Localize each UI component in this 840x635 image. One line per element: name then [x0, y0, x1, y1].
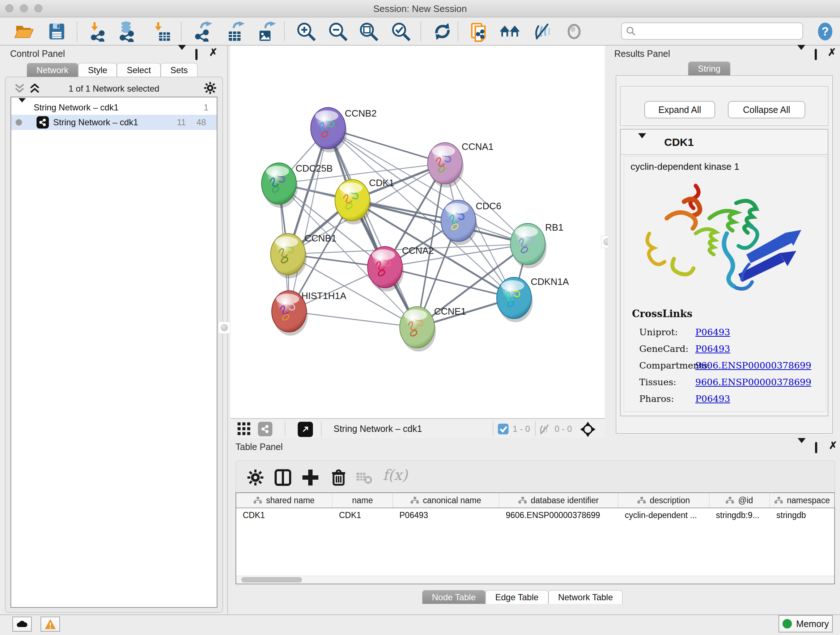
tree-expand-icon[interactable] — [19, 98, 26, 112]
search-field[interactable] — [621, 22, 803, 40]
add-column-icon[interactable] — [302, 469, 319, 486]
tab-sets[interactable]: Sets — [161, 63, 197, 77]
memory-button[interactable]: Memory — [778, 615, 833, 632]
float-panel-icon[interactable] — [178, 45, 186, 59]
tab-network-table[interactable]: Network Table — [548, 590, 623, 604]
import-network-file-button[interactable] — [88, 20, 110, 43]
search-input[interactable] — [636, 24, 802, 38]
open-session-button[interactable] — [13, 20, 35, 43]
tab-style[interactable]: Style — [78, 63, 117, 77]
node-CCNA1[interactable] — [428, 143, 464, 187]
maximize-panel-icon[interactable] — [815, 442, 817, 453]
maximize-panel-icon[interactable] — [815, 49, 817, 60]
show-eye-button[interactable] — [563, 20, 585, 43]
share-document-button[interactable] — [469, 20, 491, 43]
export-table-button[interactable] — [224, 20, 247, 43]
section-collapse-icon[interactable] — [638, 133, 646, 144]
close-panel-icon[interactable]: ✗ — [829, 442, 837, 450]
gene-section-header[interactable]: CDK1 — [621, 130, 828, 155]
fit-content-crosshair-icon[interactable] — [579, 421, 596, 438]
column-header-database-identifier[interactable]: database identifier — [499, 493, 618, 508]
hide-selected-button[interactable] — [532, 20, 554, 43]
crosslink-link[interactable]: P06493 — [695, 344, 730, 354]
column-header-canonical-name[interactable]: canonical name — [393, 493, 499, 508]
import-network-database-button[interactable] — [116, 20, 138, 43]
help-button[interactable]: ? — [814, 20, 836, 43]
cell-canonical-name[interactable]: P06493 — [393, 508, 499, 522]
maximize-panel-icon[interactable] — [195, 49, 197, 60]
crosslink-link[interactable]: P06493 — [695, 327, 730, 337]
close-panel-icon[interactable]: ✗ — [209, 49, 218, 57]
column-header-description[interactable]: description — [618, 493, 709, 508]
edge-CDK1-RB1[interactable] — [352, 200, 528, 244]
column-header-shared-name[interactable]: shared name — [236, 493, 332, 508]
network-collection-row[interactable]: String Network – cdk1 1 — [11, 100, 217, 115]
cell-name[interactable]: CDK1 — [332, 508, 393, 522]
expand-all-button[interactable]: Expand All — [644, 101, 715, 119]
network-column-icon — [518, 496, 527, 504]
table-settings-gear-icon[interactable] — [247, 469, 264, 486]
crosslink-link[interactable]: 9606.ENSP00000378699 — [695, 360, 812, 371]
close-panel-icon[interactable]: ✗ — [828, 49, 836, 57]
home-pages-button[interactable] — [499, 20, 521, 43]
tab-string[interactable]: String — [688, 62, 730, 75]
tab-select[interactable]: Select — [117, 63, 161, 77]
node-CDC6[interactable] — [441, 200, 477, 245]
network-canvas[interactable]: CCNB2CCNA1CDC25BCDK1CDC6RB1CCNB1CCNA2CDK… — [231, 46, 605, 418]
cell-namespace[interactable]: stringdb — [770, 508, 835, 522]
zoom-in-button[interactable] — [295, 20, 317, 43]
string-share-icon[interactable] — [258, 422, 272, 436]
crosslink-link[interactable]: P06493 — [695, 394, 730, 404]
cell-database-identifier[interactable]: 9606.ENSP00000378699 — [499, 508, 618, 522]
node-CCNB1[interactable] — [271, 233, 307, 279]
save-session-button[interactable] — [46, 20, 68, 43]
node-CDK1[interactable] — [335, 180, 371, 225]
refresh-button[interactable] — [431, 20, 454, 43]
float-panel-icon[interactable] — [798, 438, 806, 452]
zoom-fit-button[interactable] — [357, 20, 380, 43]
tab-edge-table[interactable]: Edge Table — [485, 590, 548, 604]
collapse-all-button[interactable]: Collapse All — [728, 101, 805, 119]
delete-column-trash-icon[interactable] — [330, 469, 347, 486]
zoom-out-button[interactable] — [327, 20, 349, 43]
node-CCNB2[interactable] — [311, 108, 347, 152]
tab-network[interactable]: Network — [27, 63, 78, 77]
cell-shared-name[interactable]: CDK1 — [236, 508, 332, 522]
show-columns-icon[interactable] — [274, 469, 292, 486]
selected-checkbox-icon[interactable] — [497, 423, 509, 435]
column-header-namespace[interactable]: namespace — [770, 493, 835, 508]
cloud-button[interactable] — [12, 616, 32, 632]
export-image-button[interactable] — [255, 20, 278, 43]
node-CCNA2[interactable] — [368, 247, 404, 291]
edge-HIST1H1A-CCNE1[interactable] — [289, 311, 417, 327]
crosslink-link[interactable]: 9606.ENSP00000378699 — [695, 377, 812, 387]
node-label-CCNA2: CCNA2 — [402, 245, 434, 256]
cell--id[interactable]: stringdb:9... — [709, 508, 770, 522]
float-panel-icon[interactable] — [797, 45, 805, 59]
horizontal-scrollbar[interactable] — [236, 576, 834, 584]
tab-node-table[interactable]: Node Table — [422, 590, 485, 604]
import-table-button[interactable] — [151, 20, 174, 43]
node-CDKN1A[interactable] — [497, 277, 533, 322]
edge-CCNB2-HIST1H1A[interactable] — [289, 128, 328, 311]
open-in-window-icon[interactable] — [298, 422, 313, 437]
node-RB1[interactable] — [510, 223, 546, 268]
network-row-selected[interactable]: String Network – cdk1 11 48 — [11, 115, 217, 130]
scrollbar-thumb[interactable] — [241, 577, 302, 583]
column-header-name[interactable]: name — [332, 493, 393, 508]
zoom-out-icon — [327, 21, 348, 42]
node-CDC25B[interactable] — [262, 163, 298, 208]
string-network-graph[interactable]: CCNB2CCNA1CDC25BCDK1CDC6RB1CCNB1CCNA2CDK… — [231, 46, 605, 418]
export-network-button[interactable] — [192, 20, 214, 43]
birdseye-grid-icon[interactable] — [237, 422, 251, 436]
cell-description[interactable]: cyclin-dependent ... — [618, 508, 709, 522]
column-header--id[interactable]: @id — [709, 493, 770, 508]
warning-button[interactable] — [41, 616, 60, 632]
zoom-selected-button[interactable] — [390, 20, 412, 43]
node-CCNE1[interactable] — [400, 307, 436, 352]
gear-icon[interactable] — [204, 81, 217, 95]
control-panel-title: Control Panel — [10, 49, 65, 59]
table-row[interactable]: CDK1CDK1P064939606.ENSP00000378699cyclin… — [236, 508, 834, 522]
left-divider-handle[interactable] — [218, 321, 231, 334]
node-table[interactable]: shared namenamecanonical namedatabase id… — [235, 492, 835, 584]
